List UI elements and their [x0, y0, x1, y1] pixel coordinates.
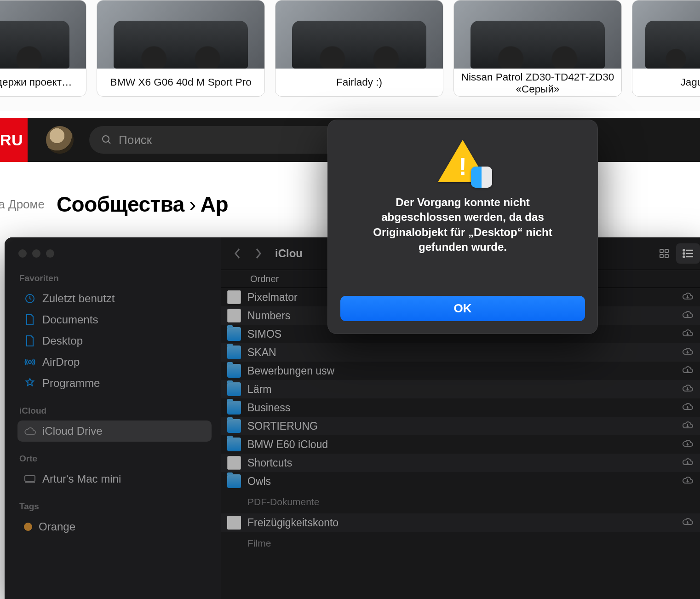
svg-point-10 [683, 249, 684, 251]
download-cloud-icon[interactable] [682, 438, 694, 451]
file-row[interactable]: SORTIERUNG [221, 417, 700, 435]
sidebar-item-recent[interactable]: Zuletzt benutzt [17, 288, 212, 309]
sidebar-item-tag-orange[interactable]: Orange [17, 516, 212, 537]
gallery-thumbnail [97, 0, 264, 69]
download-cloud-icon[interactable] [682, 291, 694, 304]
sidebar-item-mac[interactable]: Artur's Mac mini [17, 468, 212, 490]
file-row[interactable]: BMW E60 iCloud [221, 435, 700, 454]
close-window-button[interactable] [18, 249, 27, 258]
folder-icon [227, 346, 241, 359]
document-icon [24, 314, 36, 326]
app-icon [227, 456, 241, 470]
download-cloud-icon[interactable] [682, 328, 694, 340]
download-cloud-icon[interactable] [682, 402, 694, 414]
file-row[interactable]: Owls [221, 472, 700, 490]
view-list-button[interactable] [676, 243, 700, 264]
app-icon [227, 309, 241, 323]
download-cloud-icon[interactable] [682, 365, 694, 377]
sidebar-group-label: iCloud [19, 406, 212, 416]
gallery-caption: Jaguar [632, 69, 700, 96]
folder-icon [227, 364, 241, 378]
sidebar-item-label: AirDrop [42, 356, 80, 369]
file-name: Business [247, 402, 290, 414]
minimize-window-button[interactable] [32, 249, 40, 258]
file-name: BMW E60 iCloud [247, 438, 328, 451]
breadcrumb[interactable]: шину на Дроме [0, 197, 45, 212]
sidebar-item-label: Artur's Mac mini [42, 472, 121, 485]
app-icon [227, 290, 241, 304]
sidebar-group-label: Orte [19, 454, 212, 464]
finder-title: iClou [275, 247, 303, 260]
download-cloud-icon[interactable] [682, 310, 694, 322]
download-cloud-icon[interactable] [682, 517, 694, 529]
gallery-caption: BMW X6 G06 40d M Sport Pro [97, 69, 264, 96]
sidebar-item-label: Desktop [42, 334, 83, 347]
sidebar-item-icloud-drive[interactable]: iCloud Drive [17, 420, 212, 442]
warning-icon: ! [438, 140, 488, 184]
column-header-name[interactable]: Ordner [250, 274, 279, 284]
svg-point-0 [103, 136, 109, 142]
file-name: Owls [247, 475, 271, 488]
view-icons-button[interactable] [652, 243, 676, 264]
file-row[interactable]: Shortcuts [221, 454, 700, 472]
document-icon [227, 516, 241, 530]
file-row[interactable]: Business [221, 398, 700, 417]
folder-icon [227, 419, 241, 433]
cloud-icon [24, 425, 36, 437]
search-placeholder: Поиск [119, 133, 152, 147]
sidebar-item-documents[interactable]: Documents [17, 309, 212, 330]
folder-icon [227, 382, 241, 396]
file-name: Bewerbungen usw [247, 365, 334, 377]
file-name: Pixelmator [247, 291, 298, 304]
svg-rect-8 [660, 254, 663, 258]
search-icon [101, 134, 112, 145]
error-dialog: ! Der Vorgang konnte nicht abgeschlossen… [327, 120, 598, 334]
gallery-caption: Fairlady :) [275, 69, 443, 96]
svg-line-1 [108, 141, 110, 144]
window-controls [18, 249, 212, 258]
sidebar-group-label: Tags [19, 501, 212, 512]
sidebar-item-label: Orange [39, 520, 75, 533]
gallery-card[interactable]: Fairlady :) [275, 0, 443, 97]
section-label: PDF-Dokumente [221, 490, 700, 513]
file-name: SKAN [247, 346, 276, 359]
site-logo[interactable]: .RU [0, 118, 28, 162]
file-row[interactable]: Freizügigkeitskonto [221, 513, 700, 532]
gallery-card[interactable]: а 2110"SB оддержи проект… [0, 0, 86, 97]
gallery-thumbnail [275, 0, 443, 69]
back-button[interactable] [229, 245, 246, 262]
file-row[interactable]: Lärm [221, 380, 700, 398]
gallery-thumbnail [0, 0, 86, 69]
svg-point-14 [683, 256, 684, 257]
clock-icon [24, 293, 36, 305]
gallery-strip: а 2110"SB оддержи проект… BMW X6 G06 40d… [0, 0, 700, 111]
gallery-card[interactable]: Nissan Patrol ZD30-TD42T-ZD30 «Серый» [453, 0, 622, 97]
user-avatar[interactable] [46, 126, 74, 154]
gallery-card[interactable]: Jaguar [632, 0, 700, 97]
sidebar-item-airdrop[interactable]: AirDrop [17, 351, 212, 373]
download-cloud-icon[interactable] [682, 420, 694, 432]
gallery-caption: а 2110"SB оддержи проект… [0, 69, 86, 96]
sidebar-item-desktop[interactable]: Desktop [17, 330, 212, 351]
download-cloud-icon[interactable] [682, 383, 694, 396]
ok-button[interactable]: OK [340, 296, 585, 321]
download-cloud-icon[interactable] [682, 475, 694, 488]
sidebar-item-applications[interactable]: Programme [17, 373, 212, 394]
gallery-thumbnail [454, 0, 621, 69]
sidebar-item-label: Programme [42, 377, 100, 390]
gallery-card[interactable]: BMW X6 G06 40d M Sport Pro [97, 0, 265, 97]
download-cloud-icon[interactable] [682, 346, 694, 359]
file-row[interactable]: SKAN [221, 343, 700, 362]
finder-badge-icon [471, 167, 492, 188]
svg-rect-4 [25, 476, 35, 481]
airdrop-icon [24, 356, 36, 368]
computer-icon [24, 473, 36, 485]
download-cloud-icon[interactable] [682, 457, 694, 469]
file-row[interactable]: Bewerbungen usw [221, 362, 700, 380]
svg-rect-6 [660, 249, 663, 253]
file-name: SORTIERUNG [247, 420, 318, 432]
section-label: Filme [221, 532, 700, 555]
zoom-window-button[interactable] [46, 249, 54, 258]
forward-button[interactable] [250, 245, 267, 262]
gallery-thumbnail [632, 0, 700, 69]
